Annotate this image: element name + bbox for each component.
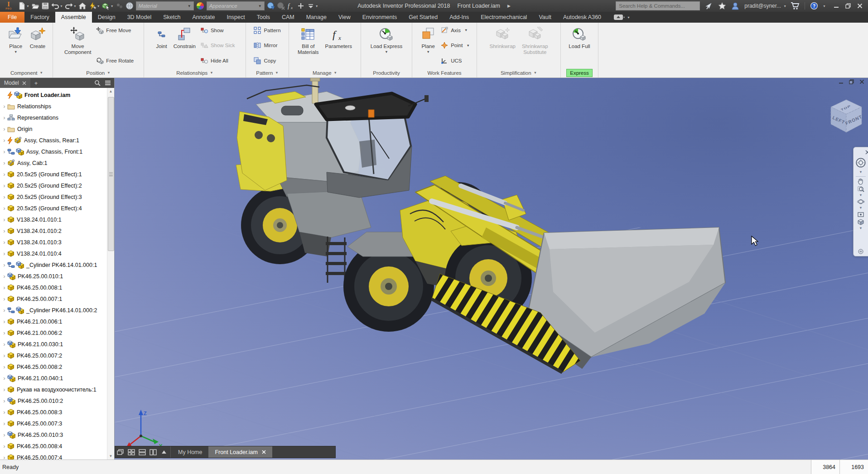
ribbon-group-label-position[interactable]: Position▼ (53, 68, 144, 77)
ribbon-button-copy[interactable]: Copy (254, 56, 280, 65)
viewport-3d[interactable]: Z X Y TOP LEFT FRONT ▼▼▼▼ (115, 78, 868, 459)
window-minimize-icon[interactable] (834, 3, 839, 9)
ribbon-tab-autodesk-a360[interactable]: Autodesk A360 (557, 12, 607, 23)
ribbon-button-bill-of-materials[interactable]: Bill ofMaterials (294, 24, 322, 68)
document-tab-front-loader-iam[interactable]: Front Loader.iam (208, 446, 272, 458)
expand-chevron-icon[interactable]: › (1, 149, 7, 155)
navbar-close-icon[interactable] (864, 148, 868, 156)
caret-down-icon[interactable]: ▼ (855, 226, 866, 231)
tree-item-pk46-25-00-008-1[interactable]: ›PK46.25.00.008:1 (0, 282, 114, 293)
tree-item-pk46-25-00-010-1[interactable]: ›PK46.25.00.010:1 (0, 271, 114, 282)
close-icon[interactable] (22, 81, 26, 85)
expand-chevron-icon[interactable]: › (1, 251, 7, 256)
sketch-flash-icon[interactable]: ▼ (87, 1, 101, 11)
ribbon-button-mirror[interactable]: Mirror (254, 41, 280, 50)
home-icon[interactable] (77, 1, 87, 11)
expand-chevron-icon[interactable]: › (1, 319, 7, 324)
ribbon-button-point[interactable]: Point▼ (441, 41, 470, 50)
tree-item-pk46-25-00-008-2[interactable]: ›PK46.25.00.008:2 (0, 361, 114, 372)
ribbon-tab-cam[interactable]: CAM (276, 12, 300, 23)
cascade-windows-icon[interactable] (115, 446, 126, 458)
ribbon-tab-inspect[interactable]: Inspect (221, 12, 251, 23)
ribbon-tab-electromechanical[interactable]: Electromechanical (475, 12, 533, 23)
window-close-icon[interactable] (857, 3, 863, 9)
navigation-bar[interactable]: ▼▼▼▼ (853, 147, 868, 256)
expand-chevron-icon[interactable]: › (1, 330, 7, 336)
navigation-wheel-icon[interactable] (855, 156, 866, 169)
tree-item-representations[interactable]: ›Representations (0, 112, 114, 123)
caret-down-icon[interactable]: ▼ (855, 169, 866, 174)
document-restore-icon[interactable] (849, 79, 854, 84)
browser-search-icon[interactable] (94, 80, 101, 86)
expand-up-icon[interactable] (159, 446, 169, 458)
ribbon-tab-get-started[interactable]: Get Started (403, 12, 444, 23)
tree-item-v138-24-01-010-3[interactable]: ›V138.24.01.010:3 (0, 237, 114, 248)
close-icon[interactable] (262, 450, 266, 454)
satellite-icon[interactable] (704, 1, 714, 11)
ribbon-group-label-relationships[interactable]: Relationships▼ (144, 68, 246, 77)
expand-chevron-icon[interactable]: › (1, 455, 7, 459)
fx-icon[interactable]: fx (286, 1, 296, 11)
tree-item-pk46-21-00-006-1[interactable]: ›PK46.21.00.006:1 (0, 316, 114, 327)
expand-chevron-icon[interactable]: › (1, 307, 7, 313)
ribbon-button-free-move[interactable]: Free Move (96, 25, 134, 35)
tree-item-assy-cab-1[interactable]: ›Assy, Cab:1 (0, 157, 114, 169)
ribbon-button-hide-all[interactable]: Hide All (201, 56, 235, 65)
add-icon[interactable] (296, 1, 306, 11)
view-face-icon[interactable] (855, 218, 866, 226)
expand-chevron-icon[interactable]: › (1, 398, 7, 404)
redo-icon[interactable]: ▼ (64, 1, 77, 11)
tree-item-pk46-25-00-007-3[interactable]: ›PK46.25.00.007:3 (0, 418, 114, 429)
expand-chevron-icon[interactable]: › (1, 364, 7, 370)
expand-chevron-icon[interactable]: › (1, 421, 7, 426)
component-select-icon[interactable]: ▼ (101, 1, 115, 11)
tree-item-рукав-на-воздухоочиститель-1[interactable]: ›Рукав на воздухоочиститель:1 (0, 384, 114, 395)
zoom-icon[interactable] (855, 185, 866, 193)
color-wheel-icon[interactable] (195, 1, 205, 11)
qat-customize-icon[interactable]: ▼ (306, 1, 319, 11)
scrollbar-thumb[interactable] (108, 97, 114, 251)
ribbon-button-constrain[interactable]: Constrain (170, 24, 199, 68)
help-icon[interactable]: ? (809, 1, 819, 11)
ribbon-tab-design[interactable]: Design (92, 12, 121, 23)
ribbon-button-pattern[interactable]: Pattern (254, 25, 280, 35)
expand-chevron-icon[interactable]: › (1, 262, 7, 268)
expand-chevron-icon[interactable]: › (1, 273, 7, 279)
ribbon-tab-sketch[interactable]: Sketch (157, 12, 186, 23)
expand-chevron-icon[interactable]: › (1, 194, 7, 200)
title-expand-arrow-icon[interactable]: ▶ (507, 4, 511, 8)
expand-chevron-icon[interactable]: › (1, 160, 7, 166)
ribbon-tab-vault[interactable]: Vault (533, 12, 557, 23)
tree-item-20-5x25-ground-effect-2[interactable]: ›20.5x25 (Ground Effect):2 (0, 180, 114, 191)
expand-chevron-icon[interactable]: › (1, 217, 7, 222)
open-icon[interactable] (30, 1, 40, 11)
tree-item-20-5x25-ground-effect-4[interactable]: ›20.5x25 (Ground Effect):4 (0, 203, 114, 214)
scroll-up-arrow-icon[interactable]: ▲ (107, 88, 114, 95)
expand-chevron-icon[interactable]: › (1, 285, 7, 290)
appearance-combo[interactable]: Appearance ▼ (207, 1, 265, 10)
tree-item-pk46-21-00-040-1[interactable]: ›PK46.21.00.040:1 (0, 372, 114, 384)
expand-chevron-icon[interactable]: › (1, 296, 7, 302)
expand-chevron-icon[interactable]: › (1, 183, 7, 189)
expand-chevron-icon[interactable]: › (1, 239, 7, 245)
tree-item-v138-24-01-010-4[interactable]: ›V138.24.01.010:4 (0, 248, 114, 259)
ribbon-tab-annotate[interactable]: Annotate (186, 12, 221, 23)
expand-chevron-icon[interactable]: › (1, 205, 7, 211)
ribbon-tab-file[interactable]: File (0, 12, 24, 23)
ribbon-group-label-express[interactable]: Express (561, 68, 598, 77)
tree-item-assy-chassis-front-1[interactable]: ›Assy, Chassis, Front:1 (0, 146, 114, 157)
ribbon-button-plane[interactable]: Plane▼ (417, 24, 439, 68)
scroll-down-arrow-icon[interactable]: ▼ (107, 453, 114, 459)
document-minimize-icon[interactable] (839, 79, 844, 84)
tree-item-20-5x25-ground-effect-3[interactable]: ›20.5x25 (Ground Effect):3 (0, 191, 114, 203)
ribbon-button-parameters[interactable]: fxParameters (322, 24, 355, 68)
ribbon-button-place[interactable]: Place▼ (5, 24, 27, 68)
adjust-appearance-icon[interactable] (266, 1, 276, 11)
document-close-icon[interactable] (859, 79, 864, 84)
tree-item-front-loader-iam[interactable]: Front Loader.iam (0, 89, 114, 101)
tree-item-pk46-25-00-007-4[interactable]: ›PK46.25.00.007:4 (0, 452, 114, 459)
ribbon-button-move-component[interactable]: MoveComponent (61, 24, 94, 68)
ribbon-tab-environments[interactable]: Environments (357, 12, 403, 23)
expand-chevron-icon[interactable]: › (1, 387, 7, 392)
tree-item-pk46-25-00-007-1[interactable]: ›PK46.25.00.007:1 (0, 293, 114, 305)
